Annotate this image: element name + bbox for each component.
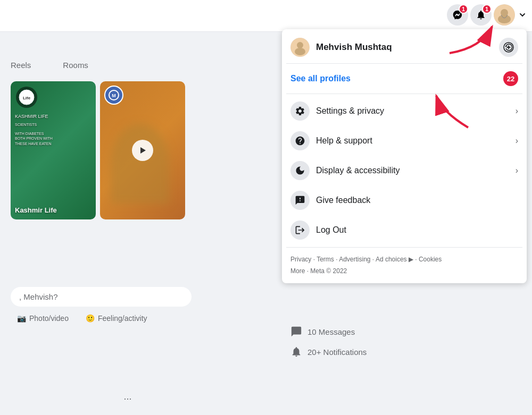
help-chevron: › xyxy=(516,136,518,146)
photo-icon: 📷 xyxy=(17,314,26,323)
notifications-count: 20+ Notifications xyxy=(307,348,367,357)
footer-advertising[interactable]: Advertising xyxy=(339,256,370,263)
feedback-icon xyxy=(290,191,310,210)
see-all-profiles-text: See all profiles xyxy=(290,74,351,83)
display-menu-item[interactable]: Display & accessibility › xyxy=(286,156,522,185)
messenger-button[interactable]: 1 xyxy=(447,4,468,26)
svg-marker-4 xyxy=(140,147,146,154)
help-icon xyxy=(290,131,310,150)
bottom-notification-hints: 10 Messages 20+ Notifications xyxy=(282,321,527,362)
rooms-tab[interactable]: Rooms xyxy=(63,58,88,72)
display-label: Display & accessibility xyxy=(316,166,509,175)
display-chevron: › xyxy=(516,166,518,175)
footer-cookies[interactable]: Cookies xyxy=(419,256,442,263)
svg-point-10 xyxy=(297,42,303,48)
settings-menu-item[interactable]: Settings & privacy › xyxy=(286,96,522,126)
emoji-icon: 🙂 xyxy=(86,314,95,323)
svg-point-9 xyxy=(295,48,305,55)
footer-privacy[interactable]: Privacy xyxy=(290,256,311,263)
profiles-badge: 22 xyxy=(503,71,518,86)
svg-text:M: M xyxy=(112,93,116,98)
logout-menu-item[interactable]: Log Out xyxy=(286,215,522,245)
feedback-menu-item[interactable]: Give feedback xyxy=(286,185,522,215)
profile-settings-icon xyxy=(499,38,518,57)
account-chevron[interactable] xyxy=(517,10,528,20)
user-avatar-button[interactable] xyxy=(494,4,515,26)
divider-2 xyxy=(286,94,522,94)
messages-notif: 10 Messages xyxy=(282,321,527,342)
settings-label: Settings & privacy xyxy=(316,106,509,116)
footer-terms[interactable]: Terms xyxy=(317,256,334,263)
divider-3 xyxy=(286,247,522,248)
post-actions: 📷 Photo/video 🙂 Feeling/activity xyxy=(11,311,192,326)
footer-links: Privacy · Terms · Advertising · Ad choic… xyxy=(286,250,522,279)
see-all-profiles-row[interactable]: See all profiles 22 xyxy=(286,66,522,91)
feedback-label: Give feedback xyxy=(316,196,518,205)
media-card-2[interactable]: M xyxy=(100,81,185,219)
logout-label: Log Out xyxy=(316,225,518,235)
messages-count: 10 Messages xyxy=(307,327,355,336)
profile-left: Mehvish Mushtaq xyxy=(290,38,392,57)
section-tabs: Reels Rooms xyxy=(0,53,255,77)
left-panel: Reels Rooms Life KASHMIR LIFE SCIENTISTS… xyxy=(0,0,255,415)
media-card-1[interactable]: Life KASHMIR LIFE SCIENTISTS WITH DIABET… xyxy=(11,81,96,219)
header-icons: 1 1 xyxy=(447,4,528,26)
card-2-avatar: M xyxy=(104,86,123,105)
divider-1 xyxy=(286,63,522,64)
footer-meta: Meta © 2022 xyxy=(310,267,347,275)
top-bar: 1 1 xyxy=(0,0,532,32)
whats-on-mind-area: , Mehvish? 📷 Photo/video 🙂 Feeling/activ… xyxy=(0,282,202,331)
reels-tab[interactable]: Reels xyxy=(11,58,31,72)
footer-more[interactable]: More xyxy=(290,267,305,275)
media-grid: Life KASHMIR LIFE SCIENTISTS WITH DIABET… xyxy=(0,77,255,224)
mind-input[interactable]: , Mehvish? xyxy=(11,287,192,307)
profile-row[interactable]: Mehvish Mushtaq xyxy=(286,33,522,61)
life-logo: Life xyxy=(16,87,37,108)
display-icon xyxy=(290,161,310,180)
media-card-1-label: Kashmir Life xyxy=(15,206,57,214)
notifications-notif: 20+ Notifications xyxy=(282,342,527,362)
photo-video-btn[interactable]: 📷 Photo/video xyxy=(11,311,75,326)
settings-chevron: › xyxy=(516,106,518,116)
more-dots[interactable]: ··· xyxy=(123,393,131,404)
feeling-btn[interactable]: 🙂 Feeling/activity xyxy=(79,311,154,326)
logout-icon xyxy=(290,221,310,240)
messenger-badge: 1 xyxy=(459,4,468,14)
dropdown-panel: Mehvish Mushtaq See all profiles 22 xyxy=(282,29,527,283)
profile-avatar xyxy=(290,38,310,57)
profile-name: Mehvish Mushtaq xyxy=(316,42,392,53)
settings-icon xyxy=(290,101,310,121)
help-label: Help & support xyxy=(316,136,509,146)
notifications-badge: 1 xyxy=(482,4,492,14)
svg-text:Life: Life xyxy=(23,96,31,100)
play-button[interactable] xyxy=(132,140,153,161)
footer-ad-choices[interactable]: Ad choices ▶ xyxy=(376,256,413,263)
help-menu-item[interactable]: Help & support › xyxy=(286,126,522,156)
notifications-button[interactable]: 1 xyxy=(470,4,492,26)
svg-point-7 xyxy=(501,9,508,16)
